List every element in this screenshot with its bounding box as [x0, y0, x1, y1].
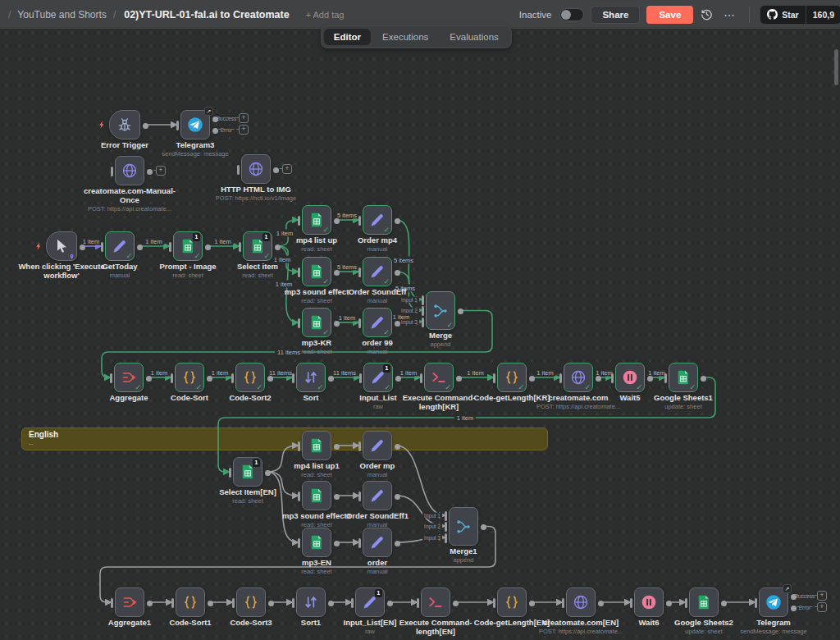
node-code-sort3[interactable]: Code-Sort3: [236, 587, 266, 617]
node-aggregate[interactable]: ✓Aggregate: [114, 363, 144, 392]
node-gettoday[interactable]: ✓GetTodaymanual: [105, 231, 135, 261]
output-port[interactable]: [334, 494, 340, 500]
output-port[interactable]: [146, 376, 152, 382]
tab-editor[interactable]: Editor: [324, 29, 371, 45]
output-port[interactable]: [395, 321, 400, 327]
output-port[interactable]: [598, 601, 604, 606]
tab-evaluations[interactable]: Evaluations: [440, 29, 508, 45]
output-port[interactable]: [207, 376, 212, 382]
output-port[interactable]: [268, 601, 274, 606]
node-wait5[interactable]: ✓Wait5: [615, 363, 645, 392]
node-mp4-list-up1[interactable]: mp4 list up1read: sheet: [302, 431, 331, 460]
node-order-en[interactable]: ordermanual: [363, 528, 392, 557]
output-port[interactable]: [395, 541, 400, 546]
node-when-clicking[interactable]: When clicking 'Execute workflow': [46, 231, 77, 261]
output-port[interactable]: [395, 494, 400, 500]
output-port[interactable]: [529, 376, 535, 382]
output-port[interactable]: [80, 245, 85, 250]
node-code-sort2[interactable]: ✓Code-Sort2: [235, 363, 265, 392]
node-mp3-en[interactable]: mp3-ENread: sheet: [302, 528, 331, 557]
output-port[interactable]: [147, 169, 153, 175]
node-mp4-list-up[interactable]: ✓mp4 list upread: sheet: [302, 205, 331, 235]
breadcrumb-project[interactable]: YouTube and Shorts: [17, 9, 107, 21]
node-mp3-sound-effect[interactable]: ✓mp3 sound effectread: sheet: [302, 257, 331, 286]
node-wait6[interactable]: Wait6: [634, 587, 664, 617]
output-port[interactable]: [395, 376, 401, 382]
output-port[interactable]: [137, 245, 143, 250]
node-creatomate-en[interactable]: creatomate.com[EN]POST: https://api.crea…: [566, 587, 596, 617]
output-port[interactable]: [205, 245, 211, 250]
node-code-sort1[interactable]: Code-Sort1: [176, 587, 205, 617]
node-http-html-to-img[interactable]: HTTP HTML to IMGPOST: https://hcti.io/v1…: [241, 154, 271, 184]
output-port[interactable]: [701, 376, 706, 382]
workflow-title[interactable]: 02)YT-URL-01-fal.ai to Creatomate: [124, 9, 289, 21]
output-port[interactable]: [328, 601, 334, 606]
node-mp3-sound-effect1[interactable]: mp3 sound effect1read: sheet: [302, 481, 331, 510]
node-order-soundeff1[interactable]: Order SoundEff1manual: [363, 481, 392, 510]
output-port[interactable]: [596, 376, 601, 382]
output-port[interactable]: [453, 601, 459, 606]
output-port[interactable]: [212, 128, 218, 134]
node-code-sort[interactable]: ✓Code-Sort: [175, 363, 204, 392]
node-telegram3[interactable]: ↗Telegram3sendMessage: message: [180, 110, 210, 139]
node-prompt-image[interactable]: 1✓Prompt - Imageread: sheet: [173, 231, 203, 261]
output-port[interactable]: [273, 167, 279, 173]
node-merge[interactable]: ✓Mergeappend: [426, 291, 455, 330]
output-port[interactable]: [267, 376, 273, 382]
share-button[interactable]: Share: [591, 6, 640, 24]
node-sort[interactable]: ✓Sort: [296, 363, 326, 392]
node-code-getlength-kr[interactable]: ✓Code-getLength[KR]: [497, 363, 527, 392]
node-google-sheets2[interactable]: Google Sheets2update: sheet: [689, 587, 719, 617]
node-order-99[interactable]: ✓order 99manual: [363, 308, 392, 337]
node-order-mp[interactable]: Order mpmanual: [363, 431, 392, 460]
node-merge1[interactable]: Merge1append: [449, 507, 478, 546]
output-port[interactable]: [334, 270, 340, 276]
output-port[interactable]: [334, 444, 340, 450]
output-port[interactable]: [791, 594, 797, 600]
output-port[interactable]: [481, 524, 486, 530]
add-tag-button[interactable]: + Add tag: [306, 10, 345, 20]
node-google-sheets1[interactable]: ✓Google Sheets1update: sheet: [669, 363, 698, 392]
active-toggle[interactable]: [559, 8, 584, 21]
output-port[interactable]: [791, 606, 797, 611]
node-exec-cmd-en[interactable]: Execute Command-length[EN]: [421, 587, 450, 617]
output-port[interactable]: [666, 601, 672, 606]
node-sort1[interactable]: Sort1: [296, 587, 326, 617]
tab-executions[interactable]: Executions: [372, 29, 438, 45]
node-aggregate1[interactable]: Aggregate1: [115, 587, 144, 617]
output-port[interactable]: [529, 601, 535, 606]
output-port[interactable]: [147, 601, 153, 606]
output-port[interactable]: [456, 376, 462, 382]
node-order-mp4[interactable]: ✓Order mp4manual: [363, 205, 392, 235]
workflow-canvas[interactable]: English -- +Success+Error++Input 1Input …: [0, 0, 840, 640]
output-port[interactable]: [387, 601, 393, 606]
output-port[interactable]: [208, 601, 213, 606]
more-options-icon[interactable]: ⋯: [720, 8, 739, 21]
node-mp3-kr[interactable]: ✓mp3-KRread: sheet: [302, 308, 331, 337]
node-error-trigger[interactable]: Error Trigger: [109, 110, 140, 139]
output-port[interactable]: [458, 309, 463, 314]
output-port[interactable]: [212, 117, 218, 122]
history-icon[interactable]: [700, 7, 714, 21]
node-code-getlength-en[interactable]: Code-getLength[EN]: [497, 587, 527, 617]
output-port[interactable]: [334, 321, 340, 327]
output-port[interactable]: [647, 376, 653, 382]
node-exec-cmd-kr[interactable]: ✓Execute Command-length[KR]: [424, 363, 454, 392]
node-select-item-en[interactable]: 1Select Item[EN]read: sheet: [233, 457, 262, 487]
output-port[interactable]: [328, 376, 334, 382]
save-button[interactable]: Save: [646, 6, 693, 24]
github-star-widget[interactable]: Star 160,9: [760, 5, 840, 25]
output-port[interactable]: [143, 123, 148, 129]
output-port[interactable]: [395, 218, 400, 224]
node-creatomate-com[interactable]: ✓creatomate.comPOST: https://api.creatom…: [564, 363, 593, 392]
node-telegram[interactable]: ↗TelegramsendMessage: message: [759, 587, 788, 617]
output-port[interactable]: [395, 444, 400, 450]
output-port[interactable]: [334, 541, 340, 546]
output-port[interactable]: [395, 270, 400, 276]
node-creatomate-manual-once[interactable]: creatomate.com-Manual-OncePOST: https://…: [115, 156, 144, 185]
node-order-soundeff[interactable]: ✓Order SoundEffmanual: [363, 257, 392, 286]
node-input-list[interactable]: 1✓Input_Listraw: [363, 363, 393, 392]
output-port[interactable]: [334, 218, 340, 224]
node-input-list-en[interactable]: 1Input_List[EN]raw: [355, 587, 385, 617]
output-port[interactable]: [721, 601, 727, 606]
